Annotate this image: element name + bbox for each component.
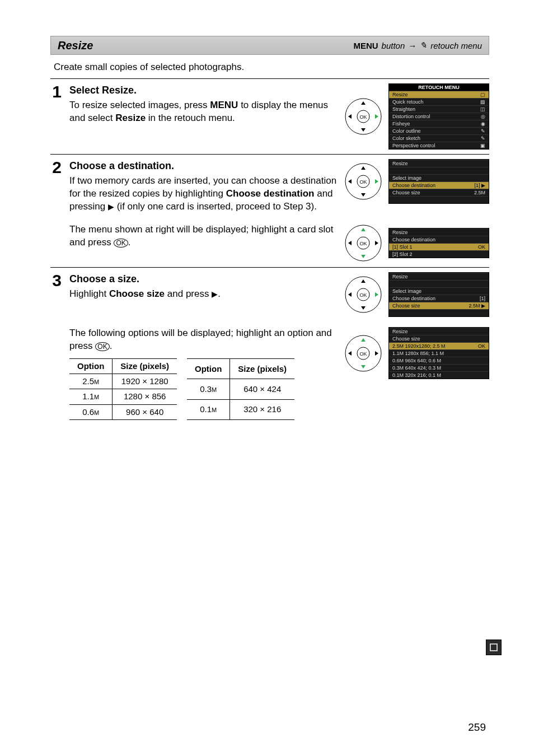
svg-text:OK: OK — [359, 179, 367, 185]
lcd-row-value: 2.5M — [474, 190, 485, 195]
retouch-icon: ✎ — [420, 40, 427, 50]
table-row: 2.5M1920 × 1280 — [69, 374, 177, 389]
lcd-title: RETOUCH MENU — [389, 84, 489, 91]
lcd-row-label: Color outline — [392, 128, 421, 134]
table-row: 1.1M1280 × 856 — [69, 389, 177, 404]
lcd-row: 0.3M 640x 424; 0.3 M — [389, 364, 489, 371]
lcd-row-label: 0.1M 320x 216; 0.1 M — [392, 372, 441, 378]
lcd-rows: Resize▢Quick retouch▧Straighten◫Distorti… — [389, 91, 489, 149]
divider — [50, 267, 489, 268]
lcd-row-value: OK — [478, 244, 485, 250]
svg-text:OK: OK — [359, 241, 367, 246]
lcd-row-value: OK — [478, 343, 485, 349]
lcd-row-value: ▧ — [480, 99, 485, 105]
step-paragraph: To resize selected images, press MENU to… — [69, 99, 344, 125]
lcd-row-value: [1] — [480, 296, 485, 301]
step-heading: Choose a size. — [69, 272, 344, 286]
section-title: Resize — [58, 39, 93, 52]
text: Resize — [392, 230, 408, 235]
text: and press — [165, 288, 212, 299]
col-option: Option — [187, 358, 230, 379]
multiselector-icon: OK — [344, 97, 383, 136]
text: Highlight — [69, 288, 109, 299]
breadcrumb: MENU button → ✎ retouch menu — [353, 40, 482, 50]
table-row: 0.3M640 × 424 — [187, 379, 294, 399]
lcd-row-value: [1] ▶ — [474, 183, 485, 188]
text: (if only one card is inserted, proceed t… — [114, 201, 317, 212]
cell-size: 960 × 640 — [113, 404, 177, 419]
lcd-row — [389, 196, 489, 203]
bold-word: Resize — [115, 113, 146, 123]
text: To resize selected images, press — [69, 100, 210, 110]
lcd-row-label: Distortion control — [392, 114, 430, 119]
lcd-row: Choose destination[1] ▶ — [389, 181, 489, 189]
lcd-row: Choose size2.5M ▶ — [389, 302, 489, 309]
right-triangle-icon: ▶ — [212, 290, 218, 298]
col-size: Size (pixels) — [230, 358, 294, 379]
text: . — [218, 288, 221, 299]
ok-icon: OK — [95, 342, 109, 351]
menu-word: MENU — [353, 41, 378, 50]
bold-word: Choose size — [109, 288, 165, 299]
lcd-row: 1.1M 1280x 856; 1.1 M — [389, 349, 489, 357]
lcd-screenshot-resize-menu: Resize Select imageChoose destination[1]… — [388, 159, 489, 204]
lcd-row: [1] Slot 1OK — [389, 243, 489, 250]
lcd-row-label: [2] Slot 2 — [392, 251, 413, 257]
lcd-title: Resize — [389, 328, 489, 335]
cell-size: 1920 × 1280 — [113, 374, 177, 389]
button-word: button — [382, 41, 405, 50]
divider — [50, 154, 489, 155]
lcd-screenshot-choose-destination: Resize Choose destination [1] Slot 1OK[2… — [388, 228, 489, 258]
lcd-subtitle: Choose size — [389, 335, 489, 342]
lcd-row-value: ◉ — [481, 121, 485, 127]
menu-tab-icon — [486, 640, 502, 655]
lcd-row: 0.1M 320x 216; 0.1 M — [389, 371, 489, 379]
lcd-row-label: Fisheye — [392, 121, 410, 127]
svg-text:OK: OK — [359, 114, 367, 120]
lcd-row: Perspective control▣ — [389, 142, 489, 149]
lcd-row-label: Color sketch — [392, 136, 420, 141]
text: Resize — [392, 329, 408, 334]
cell-option: 0.1M — [187, 399, 230, 419]
step-heading: Choose a destination. — [69, 159, 344, 172]
lcd-row-label: Choose size — [392, 303, 420, 309]
lcd-row-label: Resize — [392, 92, 408, 97]
intro-text: Create small copies of selected photogra… — [54, 62, 489, 73]
text: . — [110, 340, 113, 351]
size-table-right: OptionSize (pixels) 0.3M640 × 4240.1M320… — [187, 358, 294, 420]
menu-keyword: MENU — [210, 100, 238, 110]
lcd-row — [389, 309, 489, 316]
lcd-screenshot-choose-size: Resize Choose size 2.5M 1920x1280; 2.5 M… — [388, 327, 489, 379]
svg-text:OK: OK — [359, 292, 367, 298]
step-number: 2 — [50, 159, 62, 176]
cell-option: 0.3M — [187, 379, 230, 399]
multiselector-icon: OK — [344, 223, 383, 263]
cell-option: 1.1M — [69, 389, 113, 404]
lcd-row-label: Choose destination — [392, 183, 435, 188]
size-options-tables: OptionSize (pixels) 2.5M1920 × 12801.1M1… — [69, 358, 344, 420]
table-row: 0.1M320 × 216 — [187, 399, 294, 419]
cell-size: 640 × 424 — [230, 379, 294, 399]
arrow-icon: → — [408, 41, 416, 50]
lcd-row: Choose destination[1] — [389, 295, 489, 302]
lcd-row-label: Choose size — [392, 190, 420, 195]
lcd-rows: Select imageChoose destination[1]Choose … — [389, 280, 489, 316]
lcd-row-label: Perspective control — [392, 143, 435, 148]
bold-word: Choose destination — [226, 188, 315, 199]
lcd-row-value: ◫ — [480, 106, 485, 112]
lcd-row-label: 1.1M 1280x 856; 1.1 M — [392, 351, 444, 356]
step-paragraph: The following options will be displayed;… — [69, 327, 344, 353]
step-1: 1 Select Resize. To resize selected imag… — [50, 83, 489, 150]
multiselector-icon: OK — [344, 275, 383, 314]
step-2: 2 Choose a destination. If two memory ca… — [50, 159, 489, 263]
size-table-left: OptionSize (pixels) 2.5M1920 × 12801.1M1… — [69, 358, 177, 420]
retouch-label: retouch menu — [430, 41, 482, 50]
lcd-row-label: Select image — [392, 288, 421, 294]
lcd-row: [2] Slot 2 — [389, 250, 489, 258]
lcd-row-label: [1] Slot 1 — [392, 244, 413, 250]
lcd-screenshot-resize-menu-size: Resize Select imageChoose destination[1]… — [388, 272, 489, 317]
lcd-rows: 2.5M 1920x1280; 2.5 MOK1.1M 1280x 856; 1… — [389, 342, 489, 379]
cell-option: 0.6M — [69, 404, 113, 419]
table-row: 0.6M960 × 640 — [69, 404, 177, 419]
lcd-row-value: 2.5M ▶ — [469, 303, 485, 309]
